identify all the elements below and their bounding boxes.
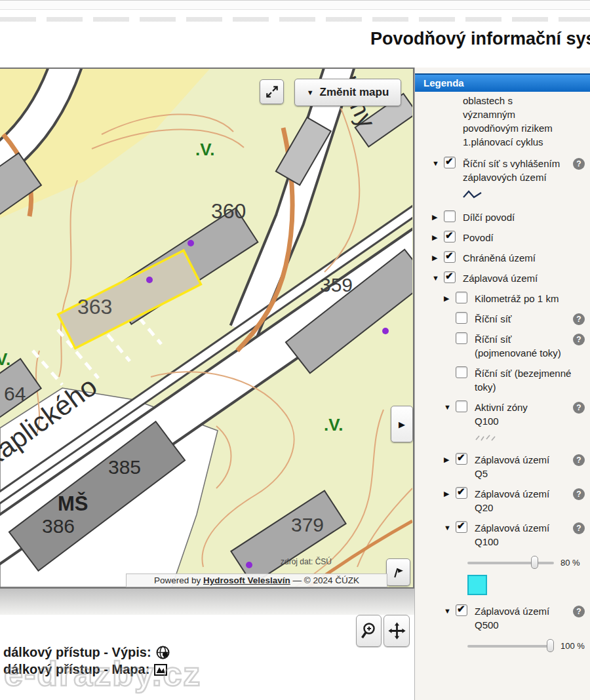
legend-intro-text: oblastech s významným povodňovým rizikem… bbox=[463, 94, 562, 149]
fullscreen-button[interactable] bbox=[260, 79, 284, 104]
help-icon[interactable]: ? bbox=[573, 313, 585, 325]
legend-item: Říční síť (pojmenované toky)? bbox=[415, 332, 590, 360]
help-icon[interactable]: ? bbox=[573, 454, 585, 466]
legend-item: ▼✔Říční síť s vyhlášením záplavových úze… bbox=[415, 157, 590, 184]
help-icon[interactable]: ? bbox=[573, 334, 585, 345]
legend-item-label: Říční síť (bezejmenné toky) bbox=[475, 366, 574, 394]
layer-checkbox[interactable]: ✔ bbox=[456, 604, 467, 616]
map-canvas[interactable]: 360 359 363 64 385 MŠ 386 379 Kaplického… bbox=[0, 68, 414, 589]
opacity-slider[interactable]: 80 % bbox=[467, 555, 585, 571]
legend-item-label: Říční síť (pojmenované toky) bbox=[475, 332, 574, 360]
legend-item-label: Záplavová území Q500 bbox=[475, 604, 552, 632]
flag-button[interactable] bbox=[386, 558, 410, 586]
veg-symbol-3: V. bbox=[0, 349, 10, 369]
panel-gradient-band bbox=[0, 589, 414, 615]
legend-panel: Legenda oblastech s významným povodňovým… bbox=[414, 68, 590, 700]
legend-item-label: Povodí bbox=[463, 231, 494, 244]
legend-item: ▶✔Chráněná území bbox=[415, 251, 590, 265]
change-map-button[interactable]: ▼ Změnit mapu bbox=[294, 79, 401, 106]
expand-arrow-icon[interactable]: ▶ bbox=[432, 254, 444, 262]
slider-value: 80 % bbox=[560, 558, 580, 568]
layer-checkbox[interactable] bbox=[456, 312, 467, 324]
checkmark-icon: ✔ bbox=[445, 229, 454, 241]
help-icon[interactable]: ? bbox=[573, 158, 585, 170]
layer-checkbox[interactable]: ✔ bbox=[456, 521, 467, 533]
layer-checkbox[interactable]: ✔ bbox=[444, 231, 456, 243]
remote-access-vypis-label: dálkový přístup - Výpis: bbox=[3, 645, 151, 660]
checkmark-icon: ✔ bbox=[457, 452, 465, 463]
collapse-arrow-icon[interactable]: ▼ bbox=[432, 159, 444, 167]
layer-checkbox[interactable]: ✔ bbox=[444, 251, 456, 263]
legend-item: ▼✔Záplavová území Q100? bbox=[415, 521, 590, 549]
help-icon[interactable]: ? bbox=[573, 402, 585, 414]
veg-symbol-2: .V. bbox=[324, 415, 343, 435]
collapse-arrow-icon[interactable]: ▼ bbox=[444, 607, 456, 615]
layer-checkbox[interactable] bbox=[456, 400, 467, 412]
layer-checkbox[interactable] bbox=[456, 366, 467, 378]
checkmark-icon: ✔ bbox=[457, 486, 465, 497]
legend-item-label: Dílčí povodí bbox=[463, 210, 515, 224]
legend-item-label: Záplavová území Q5 bbox=[475, 453, 552, 480]
flag-icon bbox=[392, 566, 404, 579]
collapse-arrow-icon[interactable]: ▼ bbox=[444, 524, 456, 532]
right-arrow-icon: ▶ bbox=[399, 419, 405, 429]
expand-arrow-icon[interactable]: ▶ bbox=[444, 456, 456, 464]
slider-track[interactable] bbox=[467, 645, 554, 648]
magnifier-icon bbox=[360, 621, 378, 640]
checkmark-icon: ✔ bbox=[445, 250, 454, 262]
legend-item: ▶✔Záplavová území Q20? bbox=[415, 487, 590, 515]
zoom-button[interactable] bbox=[356, 615, 382, 647]
layer-checkbox[interactable]: ✔ bbox=[444, 157, 456, 168]
pan-button[interactable] bbox=[384, 615, 410, 647]
legend-item: Říční síť? bbox=[415, 312, 590, 326]
expand-arrow-icon[interactable]: ▶ bbox=[444, 490, 456, 498]
top-dashed-strip bbox=[0, 17, 590, 22]
legend-header: Legenda bbox=[415, 73, 590, 92]
help-icon[interactable]: ? bbox=[573, 522, 585, 534]
map-document-icon[interactable] bbox=[153, 663, 168, 677]
layer-checkbox[interactable]: ✔ bbox=[456, 453, 467, 465]
legend-item: ▼✔Záplavová území Q500? bbox=[415, 604, 590, 632]
expand-arrow-icon[interactable]: ▶ bbox=[444, 294, 456, 303]
layer-checkbox[interactable]: ✔ bbox=[456, 487, 467, 499]
flood-info-page: Povodňový informační systém bbox=[0, 0, 590, 700]
help-icon[interactable]: ? bbox=[573, 606, 585, 617]
layer-checkbox[interactable] bbox=[444, 210, 456, 222]
help-icon[interactable]: ? bbox=[573, 488, 585, 500]
map-attribution: Powered by Hydrosoft Veleslavín — © 2024… bbox=[126, 574, 387, 587]
legend-item-label: Aktivní zóny Q100 bbox=[475, 400, 552, 428]
remote-access-line-1: dálkový přístup - Výpis: bbox=[3, 645, 170, 660]
map-source-note: zdroj dat: ČSÚ bbox=[281, 556, 332, 566]
slider-thumb[interactable] bbox=[547, 639, 554, 652]
label-359: 359 bbox=[320, 274, 353, 296]
expand-arrow-icon[interactable]: ▶ bbox=[432, 233, 444, 242]
legend-item-label: Říční síť bbox=[475, 312, 511, 326]
hydrosoft-link[interactable]: Hydrosoft Veleslavín bbox=[203, 575, 290, 585]
globe-icon[interactable] bbox=[155, 645, 170, 660]
sidebar-toggle-button[interactable]: ▶ bbox=[391, 406, 413, 442]
slider-value: 100 % bbox=[560, 641, 585, 651]
label-379: 379 bbox=[291, 514, 324, 535]
legend-items: ▼✔Říční síť s vyhlášením záplavových úze… bbox=[415, 157, 590, 654]
collapse-arrow-icon[interactable]: ▼ bbox=[432, 274, 444, 282]
expand-arrow-icon[interactable]: ▶ bbox=[432, 213, 444, 222]
collapse-arrow-icon[interactable]: ▼ bbox=[444, 403, 456, 411]
legend-item: ▶✔Povodí bbox=[415, 231, 590, 244]
legend-item-label: Záplavová území Q100 bbox=[475, 521, 552, 549]
layer-checkbox[interactable] bbox=[456, 292, 467, 303]
attribution-suffix: — © 2024 ČÚZK bbox=[290, 575, 359, 585]
slider-track[interactable] bbox=[467, 562, 554, 564]
checkmark-icon: ✔ bbox=[457, 603, 465, 615]
label-ms: MŠ bbox=[58, 492, 88, 515]
legend-item: Říční síť (bezejmenné toky) bbox=[415, 366, 590, 394]
opacity-slider[interactable]: 100 % bbox=[467, 638, 585, 654]
legend-item-label: Kilometráž po 1 km bbox=[475, 292, 559, 305]
legend-item-label: Říční síť s vyhlášením záplavových území bbox=[463, 157, 562, 184]
slider-thumb[interactable] bbox=[531, 556, 538, 569]
layer-checkbox[interactable] bbox=[456, 332, 467, 344]
remote-access-mapa-label: dálkový přístup - Mapa: bbox=[3, 662, 149, 677]
dropdown-arrow-icon: ▼ bbox=[307, 88, 314, 96]
page-title: Povodňový informační systém bbox=[370, 29, 590, 54]
layer-checkbox[interactable]: ✔ bbox=[444, 271, 456, 283]
basemap-svg: 360 359 363 64 385 MŠ 386 379 Kaplického… bbox=[0, 69, 412, 587]
